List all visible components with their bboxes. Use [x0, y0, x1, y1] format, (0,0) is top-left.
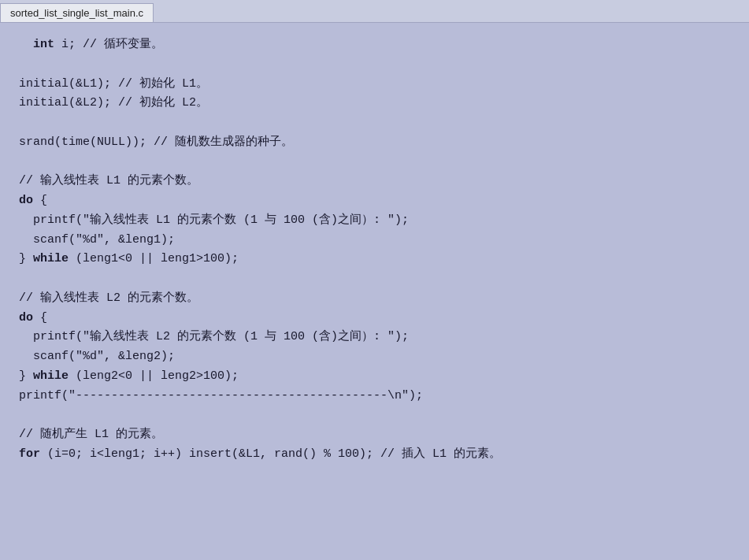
code-line: for (i=0; i<leng1; i++) insert(&L1, rand… — [19, 445, 730, 465]
keyword: do — [19, 194, 33, 207]
code-line: scanf("%d", &leng1); — [19, 231, 730, 250]
code-line: do { — [19, 191, 730, 211]
code-text: // 输入线性表 L1 的元素个数。 — [19, 174, 198, 187]
code-text: i; // 循环变量。 — [54, 38, 163, 51]
code-text: printf("--------------------------------… — [19, 389, 423, 402]
empty-line — [19, 406, 730, 425]
code-text: } — [19, 252, 33, 265]
keyword: do — [19, 311, 33, 325]
code-text: printf("输入线性表 L1 的元素个数 (1 与 100 (含)之间）: … — [33, 213, 409, 227]
code-line: initial(&L1); // 初始化 L1。 — [19, 75, 730, 95]
code-text: } — [19, 369, 33, 383]
code-line: printf("输入线性表 L1 的元素个数 (1 与 100 (含)之间）: … — [19, 211, 730, 231]
code-line: } while (leng2<0 || leng2>100); — [19, 367, 730, 387]
code-text: printf("输入线性表 L2 的元素个数 (1 与 100 (含)之间）: … — [33, 330, 409, 343]
code-line: // 输入线性表 L2 的元素个数。 — [19, 289, 730, 309]
empty-line — [19, 153, 730, 172]
empty-line — [19, 113, 730, 133]
code-text: (leng2<0 || leng2>100); — [69, 369, 239, 383]
keyword: int — [33, 38, 54, 51]
tab-bar: sorted_list_single_list_main.c — [0, 0, 749, 23]
keyword: for — [19, 447, 40, 461]
code-line: do { — [19, 309, 730, 328]
code-text: // 随机产生 L1 的元素。 — [19, 428, 163, 441]
keyword: while — [33, 252, 69, 265]
code-text: initial(&L1); // 初始化 L1。 — [19, 77, 208, 91]
code-text: (i=0; i<leng1; i++) insert(&L1, rand() %… — [40, 447, 501, 461]
code-text: scanf("%d", &leng2); — [33, 350, 175, 363]
code-text: initial(&L2); // 初始化 L2。 — [19, 96, 208, 109]
empty-line — [19, 269, 730, 289]
tab-file[interactable]: sorted_list_single_list_main.c — [0, 3, 154, 22]
code-line: initial(&L2); // 初始化 L2。 — [19, 94, 730, 113]
code-area: int i; // 循环变量。initial(&L1); // 初始化 L1。i… — [0, 23, 749, 558]
code-line: printf("输入线性表 L2 的元素个数 (1 与 100 (含)之间）: … — [19, 328, 730, 347]
code-text: { — [33, 311, 47, 325]
code-text: srand(time(NULL)); // 随机数生成器的种子。 — [19, 135, 293, 149]
keyword: while — [33, 369, 69, 383]
code-text: (leng1<0 || leng1>100); — [69, 252, 239, 265]
code-line: } while (leng1<0 || leng1>100); — [19, 250, 730, 269]
code-line: // 随机产生 L1 的元素。 — [19, 425, 730, 445]
code-line: srand(time(NULL)); // 随机数生成器的种子。 — [19, 133, 730, 153]
code-text: scanf("%d", &leng1); — [33, 233, 175, 247]
code-line: // 输入线性表 L1 的元素个数。 — [19, 172, 730, 191]
code-text: // 输入线性表 L2 的元素个数。 — [19, 291, 198, 305]
code-line: printf("--------------------------------… — [19, 387, 730, 406]
empty-line — [19, 55, 730, 75]
code-line: scanf("%d", &leng2); — [19, 347, 730, 367]
code-line: int i; // 循环变量。 — [19, 35, 730, 55]
code-text: { — [33, 194, 47, 207]
